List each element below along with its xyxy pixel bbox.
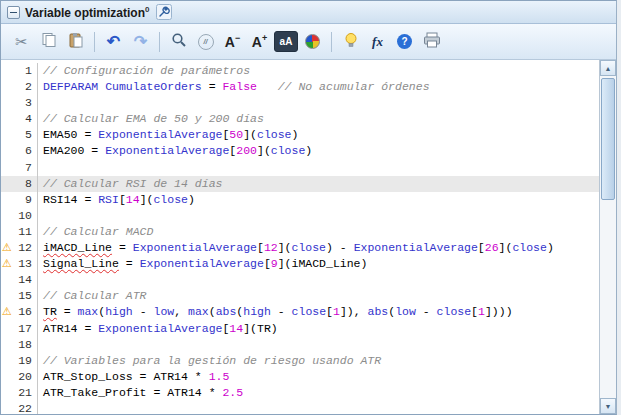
code-line[interactable]: 1// Configuración de parámetros [1,63,599,79]
code-line-text: RSI14 = RSI[14](close) [38,192,195,208]
code-line[interactable]: 9RSI14 = RSI[14](close) [1,192,599,208]
line-number: ⚠16 [1,304,38,320]
line-number: 5 [1,127,38,143]
code-editor: 1// Configuración de parámetros2DEFPARAM… [1,60,616,414]
code-line[interactable]: 10 [1,208,599,224]
code-line[interactable]: 20ATR_Stop_Loss = ATR14 * 1.5 [1,369,599,385]
hint-button[interactable] [338,29,363,54]
scissors-icon: ✂ [15,33,28,51]
line-number: 11 [1,224,38,240]
code-line-text: // Calcular RSI de 14 días [38,176,222,192]
script-editor-window: Variable optimization0 ✂ ↶ ↷ [0,0,617,415]
scrollbar-thumb[interactable] [601,78,615,200]
code-lines[interactable]: 1// Configuración de parámetros2DEFPARAM… [1,60,599,414]
code-line-text [38,160,43,176]
scroll-down-button[interactable]: ▼ [600,398,616,414]
code-line-text: // Variables para la gestión de riesgo u… [38,353,381,369]
code-line-text: // Configuración de parámetros [38,63,250,79]
code-line[interactable]: ⚠16TR = max(high - low, max(abs(high - c… [1,304,599,320]
code-line[interactable]: 11// Calcular MACD [1,224,599,240]
redo-icon: ↷ [134,34,147,50]
line-number: 8 [1,176,38,192]
comment-icon: // [198,34,214,50]
line-number: 14 [1,272,38,288]
line-number: 7 [1,160,38,176]
code-line[interactable]: ⚠13Signal_Line = ExponentialAverage[9](i… [1,256,599,272]
line-number: 4 [1,111,38,127]
comment-toggle-button[interactable]: // [193,29,218,54]
copy-icon [41,32,57,51]
code-line-text [38,272,43,288]
fx-icon: fx [372,34,383,50]
line-number: 3 [1,95,38,111]
line-number: ⚠12 [1,240,38,256]
code-line[interactable]: 7 [1,160,599,176]
help-button[interactable]: ? [392,29,417,54]
undo-icon: ↶ [107,34,120,50]
code-line[interactable]: 15// Calcular ATR [1,288,599,304]
color-wheel-icon [305,34,320,49]
insert-function-button[interactable]: fx [365,29,390,54]
decrease-font-button[interactable]: A− [220,29,245,54]
font-style-icon: aA [280,36,293,47]
copy-button[interactable] [36,29,61,54]
warning-icon: ⚠ [2,256,12,272]
page-title: Variable optimization0 [25,5,149,20]
line-number: 18 [1,337,38,353]
line-number: 6 [1,143,38,159]
scroll-up-button[interactable]: ▲ [600,60,616,76]
undo-button[interactable]: ↶ [101,29,126,54]
code-line[interactable]: 5EMA50 = ExponentialAverage[50](close) [1,127,599,143]
code-line-text: ATR14 = ExponentialAverage[14](TR) [38,321,278,337]
code-line[interactable]: 19// Variables para la gestión de riesgo… [1,353,599,369]
print-button[interactable] [419,29,444,54]
line-number: 1 [1,63,38,79]
scrollbar-track[interactable] [600,76,616,398]
increase-font-button[interactable]: A+ [247,29,272,54]
code-line[interactable]: 2DEFPARAM CumulateOrders = False // No a… [1,79,599,95]
code-line-text: // Calcular MACD [38,224,153,240]
warning-icon: ⚠ [2,240,12,256]
code-line-text: EMA200 = ExponentialAverage[200](close) [38,143,312,159]
redo-button[interactable]: ↷ [128,29,153,54]
line-number: 10 [1,208,38,224]
titlebar: Variable optimization0 [1,1,616,24]
paste-icon [68,32,84,51]
code-line[interactable]: 21ATR_Take_Profit = ATR14 * 2.5 [1,385,599,401]
font-style-button[interactable]: aA [274,31,298,52]
printer-icon [423,32,441,51]
code-line[interactable]: ⚠12iMACD_Line = ExponentialAverage[12](c… [1,240,599,256]
code-line[interactable]: 14 [1,272,599,288]
font-decrease-icon: A− [225,34,240,49]
toolbar-separator [331,32,332,52]
code-line[interactable]: 18 [1,337,599,353]
code-line[interactable]: 22 [1,401,599,414]
code-line[interactable]: 6EMA200 = ExponentialAverage[200](close) [1,143,599,159]
code-line-text: // Calcular EMA de 50 y 200 días [38,111,264,127]
paste-button[interactable] [63,29,88,54]
font-increase-icon: A+ [252,34,267,49]
cut-button[interactable]: ✂ [9,29,34,54]
line-number: 22 [1,401,38,414]
code-line-text: DEFPARAM CumulateOrders = False // No ac… [38,79,430,95]
search-button[interactable] [166,29,191,54]
colors-button[interactable] [300,29,325,54]
line-number: 2 [1,79,38,95]
toolbar-separator [94,32,95,52]
line-number: 9 [1,192,38,208]
line-number: 20 [1,369,38,385]
code-line[interactable]: 3 [1,95,599,111]
warning-icon: ⚠ [2,304,12,320]
code-line[interactable]: 4// Calcular EMA de 50 y 200 días [1,111,599,127]
toolbar-separator [159,32,160,52]
collapse-button[interactable] [7,6,20,19]
code-line-text [38,208,43,224]
search-icon [171,32,187,51]
code-line[interactable]: 8// Calcular RSI de 14 días [1,176,599,192]
probuilder-tool-icon[interactable] [156,4,172,20]
title-superscript: 0 [145,5,149,14]
line-number: 17 [1,321,38,337]
code-line-text: EMA50 = ExponentialAverage[50](close) [38,127,298,143]
code-line[interactable]: 17ATR14 = ExponentialAverage[14](TR) [1,321,599,337]
code-line-text: // Calcular ATR [38,288,147,304]
